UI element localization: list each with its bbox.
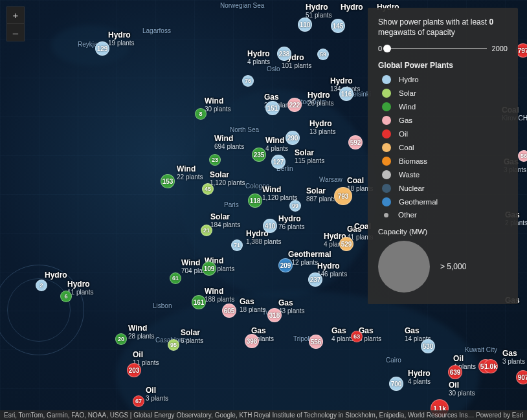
zoom-out-button[interactable]: – — [7, 24, 24, 41]
cluster-label[interactable]: Hydro19 plants — [108, 30, 135, 47]
zoom-in-button[interactable]: + — [7, 7, 24, 24]
plant-marker[interactable]: 21 — [201, 225, 212, 236]
cluster-label[interactable]: Hydro — [45, 271, 67, 280]
cluster-label[interactable]: Hydro4 plants — [247, 49, 270, 65]
plant-marker[interactable]: 1.0k — [484, 359, 498, 373]
plant-marker[interactable]: 238 — [277, 47, 291, 61]
plant-marker[interactable]: 59 — [317, 49, 329, 60]
cluster-label[interactable]: Wind28 plants — [128, 324, 155, 340]
plant-marker[interactable]: 45 — [202, 183, 214, 195]
plant-marker[interactable]: 398 — [245, 334, 259, 348]
plant-marker[interactable]: 63 — [351, 331, 363, 342]
plant-marker[interactable]: 116 — [339, 87, 353, 101]
cluster-type: Hydro — [45, 271, 67, 280]
legend-item-oil[interactable]: Oil — [382, 129, 508, 138]
plant-marker[interactable]: 8 — [195, 108, 207, 120]
cluster-count: 22 plants — [177, 173, 203, 181]
cluster-label[interactable]: Hydro13 plants — [309, 119, 336, 135]
cluster-label[interactable]: Oil3 plants — [146, 386, 168, 402]
plant-marker[interactable]: 99 — [289, 200, 301, 212]
plant-marker[interactable]: 95 — [168, 339, 179, 351]
cluster-label[interactable]: Hydro — [341, 3, 363, 12]
cluster-label[interactable]: Solar6 plants — [181, 328, 203, 344]
cluster-label[interactable]: Hydro76 plants — [278, 214, 305, 230]
cluster-label[interactable]: Hydro51 plants — [306, 3, 332, 19]
plant-marker[interactable]: 235 — [252, 148, 266, 162]
cluster-label[interactable]: Geothermal112 plants — [288, 250, 331, 266]
legend-item-solar[interactable]: Solar — [382, 89, 508, 98]
plant-marker[interactable]: 222 — [287, 98, 302, 112]
cluster-label[interactable]: Wind4 plants — [265, 136, 288, 152]
plant-marker[interactable]: 145 — [331, 19, 345, 33]
legend-item-gas[interactable]: Gas — [382, 116, 508, 125]
plant-marker[interactable]: 118 — [248, 193, 262, 208]
plant-marker[interactable]: 700 — [389, 377, 403, 391]
plant-marker[interactable]: 71 — [231, 239, 243, 251]
place-label: Cairo — [386, 357, 401, 364]
legend-item-geothermal[interactable]: Geothermal — [382, 197, 508, 206]
cluster-label[interactable]: Hydro26 plants — [308, 91, 334, 107]
cluster-type: Oil — [133, 350, 159, 359]
plant-marker[interactable]: 592 — [348, 135, 363, 149]
plant-marker[interactable]: 410 — [263, 219, 277, 233]
attribution-powered-by[interactable]: Powered by Esri — [476, 412, 523, 419]
cluster-label[interactable]: Wind694 plants — [214, 134, 244, 150]
plant-marker[interactable]: 6 — [60, 291, 72, 302]
plant-marker[interactable]: 67 — [133, 395, 144, 407]
plant-marker[interactable]: 605 — [222, 304, 236, 318]
plant-marker[interactable]: 237 — [308, 272, 322, 287]
legend-item-other[interactable]: Other — [382, 211, 508, 219]
cluster-label[interactable]: Solar184 plants — [210, 212, 240, 228]
cluster-label[interactable]: Gas3 plants — [502, 349, 525, 365]
legend-label: Geothermal — [399, 198, 438, 206]
plant-marker[interactable]: 290 — [286, 131, 300, 145]
cluster-label[interactable]: Gas43 plants — [278, 298, 305, 315]
plant-marker[interactable]: 110 — [298, 17, 312, 32]
cluster-label[interactable]: Hydro1,388 plants — [246, 229, 282, 245]
plant-marker[interactable]: 109 — [202, 261, 216, 276]
cluster-type: Solar — [295, 148, 324, 157]
legend-item-biomass[interactable]: Biomass — [382, 157, 508, 166]
legend-item-nuclear[interactable]: Nuclear — [382, 184, 508, 193]
plant-marker[interactable]: 76 — [242, 75, 254, 87]
cluster-type: Wind — [262, 185, 298, 194]
cluster-label[interactable]: Gas18 plants — [240, 297, 266, 313]
plant-marker[interactable]: 556 — [309, 335, 323, 349]
plant-marker[interactable]: 153 — [161, 174, 175, 188]
plant-marker[interactable]: 793 — [334, 187, 352, 205]
plant-marker[interactable]: 2 — [36, 280, 47, 291]
plant-marker[interactable]: 20 — [115, 333, 127, 345]
cluster-label[interactable]: Solar115 plants — [295, 148, 324, 164]
legend-item-coal[interactable]: Coal — [382, 143, 508, 152]
cluster-label[interactable]: Solar887 plants — [306, 186, 336, 203]
plant-marker[interactable]: 203 — [127, 363, 141, 377]
plant-marker[interactable]: 318 — [267, 308, 282, 322]
cluster-label[interactable]: Oil30 plants — [449, 381, 475, 397]
cluster-count: 3 plants — [146, 395, 168, 402]
plant-marker[interactable]: 129 — [95, 41, 109, 56]
plant-marker[interactable]: 61 — [170, 272, 181, 284]
plant-marker[interactable]: 23 — [209, 154, 221, 166]
cluster-label[interactable]: Wind1,120 plants — [262, 185, 298, 201]
cluster-count: 887 plants — [306, 195, 336, 203]
plant-marker[interactable]: 530 — [421, 339, 435, 353]
plant-marker[interactable]: 907 — [516, 370, 527, 384]
plant-marker[interactable]: 151 — [265, 101, 280, 115]
cluster-label[interactable]: Wind188 plants — [205, 287, 234, 303]
legend-item-hydro[interactable]: Hydro — [382, 75, 508, 84]
cluster-label[interactable]: Wind22 plants — [177, 164, 203, 181]
legend-item-wind[interactable]: Wind — [382, 102, 508, 111]
plant-marker[interactable]: 529 — [339, 237, 353, 251]
cluster-label[interactable]: Wind30 plants — [205, 96, 231, 113]
plant-marker[interactable]: 127 — [271, 155, 286, 169]
cluster-label[interactable]: Solar1,120 plants — [210, 170, 245, 186]
plant-marker[interactable]: 56 — [518, 150, 527, 162]
capacity-slider[interactable] — [387, 44, 486, 53]
plant-marker[interactable]: 639 — [448, 365, 462, 379]
plant-marker[interactable]: 209 — [278, 258, 293, 272]
plant-marker[interactable]: 161 — [192, 295, 206, 309]
slider-thumb[interactable] — [383, 45, 391, 52]
cluster-label[interactable]: Hydro4 plants — [408, 369, 431, 385]
cluster-type: Hydro — [341, 3, 363, 12]
legend-item-waste[interactable]: Waste — [382, 170, 508, 179]
